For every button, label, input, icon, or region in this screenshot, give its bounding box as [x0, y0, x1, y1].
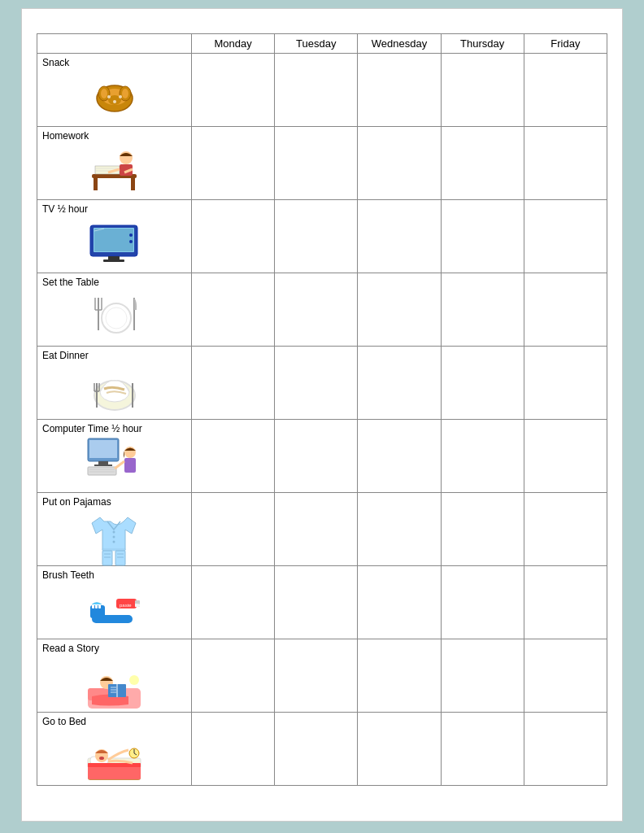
cell-computer-time-tuesday[interactable]: [275, 420, 358, 493]
activity-icon-eat-dinner: [82, 363, 147, 416]
cell-homework-friday[interactable]: [524, 127, 607, 200]
cell-pajamas-thursday[interactable]: [441, 493, 524, 566]
activity-label-set-table: Set the Table: [42, 277, 186, 288]
label-cell-go-to-bed: Go to Bed: [37, 713, 192, 786]
cell-snack-friday[interactable]: [524, 54, 607, 127]
page: Monday Tuesday Wednesday Thursday Friday…: [21, 8, 623, 822]
table-row-computer-time: Computer Time ½ hour: [37, 420, 607, 493]
cell-eat-dinner-thursday[interactable]: [441, 347, 524, 420]
svg-point-8: [119, 95, 122, 98]
cell-set-table-monday[interactable]: [192, 273, 275, 347]
table-row-homework: Homework: [37, 127, 607, 200]
cell-go-to-bed-wednesday[interactable]: [358, 713, 441, 786]
activity-icon-read-story: [82, 656, 147, 709]
svg-point-87: [99, 757, 104, 760]
cell-snack-thursday[interactable]: [441, 54, 524, 127]
col-header-wednesday: Wednesday: [358, 34, 441, 54]
activity-label-go-to-bed: Go to Bed: [42, 716, 186, 727]
table-row-brush-teeth: Brush Teeth paste: [37, 566, 607, 639]
cell-tv-wednesday[interactable]: [358, 200, 441, 273]
svg-text:paste: paste: [120, 603, 132, 608]
activity-icon-brush-teeth: paste: [82, 582, 147, 635]
cell-read-story-monday[interactable]: [192, 639, 275, 713]
cell-eat-dinner-tuesday[interactable]: [275, 347, 358, 420]
activity-icon-snack: [82, 70, 147, 123]
activity-label-tv: TV ½ hour: [42, 203, 186, 215]
svg-rect-45: [89, 440, 117, 458]
cell-tv-tuesday[interactable]: [275, 200, 358, 273]
label-cell-snack: Snack: [37, 54, 192, 127]
table-row-set-table: Set the Table: [37, 273, 607, 347]
routine-table: Monday Tuesday Wednesday Thursday Friday…: [37, 33, 607, 786]
label-cell-set-table: Set the Table: [37, 273, 192, 347]
cell-pajamas-tuesday[interactable]: [275, 493, 358, 566]
svg-line-53: [115, 461, 124, 469]
cell-homework-wednesday[interactable]: [358, 127, 441, 200]
cell-read-story-thursday[interactable]: [441, 639, 524, 713]
svg-point-54: [113, 531, 115, 534]
col-header-thursday: Thursday: [441, 34, 524, 54]
label-cell-read-story: Read a Story: [37, 639, 192, 713]
cell-computer-time-wednesday[interactable]: [358, 420, 441, 493]
cell-read-story-tuesday[interactable]: [275, 639, 358, 713]
cell-go-to-bed-tuesday[interactable]: [275, 713, 358, 786]
cell-homework-thursday[interactable]: [441, 127, 524, 200]
cell-set-table-wednesday[interactable]: [358, 273, 441, 347]
cell-brush-teeth-tuesday[interactable]: [275, 566, 358, 639]
activity-icon-set-table: [82, 290, 147, 342]
cell-pajamas-monday[interactable]: [192, 493, 275, 566]
cell-brush-teeth-friday[interactable]: [524, 566, 607, 639]
cell-computer-time-friday[interactable]: [524, 420, 607, 493]
svg-rect-52: [124, 458, 136, 473]
svg-point-5: [122, 89, 128, 98]
cell-go-to-bed-thursday[interactable]: [441, 713, 524, 786]
cell-snack-monday[interactable]: [192, 54, 275, 127]
table-row-eat-dinner: Eat Dinner: [37, 347, 607, 420]
svg-point-26: [129, 233, 133, 237]
svg-rect-46: [98, 461, 108, 464]
svg-point-34: [106, 307, 127, 329]
svg-rect-47: [94, 464, 112, 466]
cell-go-to-bed-monday[interactable]: [192, 713, 275, 786]
cell-set-table-friday[interactable]: [524, 273, 607, 347]
svg-rect-12: [131, 178, 135, 190]
cell-brush-teeth-thursday[interactable]: [441, 566, 524, 639]
label-cell-tv: TV ½ hour: [37, 200, 192, 273]
svg-point-80: [129, 675, 139, 685]
cell-tv-monday[interactable]: [192, 200, 275, 273]
activity-label-brush-teeth: Brush Teeth: [42, 569, 186, 581]
activity-icon-tv: [82, 216, 147, 269]
cell-computer-time-thursday[interactable]: [441, 420, 524, 493]
cell-pajamas-friday[interactable]: [524, 493, 607, 566]
table-row-read-story: Read a Story: [37, 639, 607, 713]
label-cell-brush-teeth: Brush Teeth paste: [37, 566, 192, 639]
label-cell-pajamas: Put on Pajamas: [37, 493, 192, 566]
activity-icon-pajamas: [82, 509, 147, 562]
cell-snack-wednesday[interactable]: [358, 54, 441, 127]
col-header-monday: Monday: [192, 34, 275, 54]
cell-eat-dinner-friday[interactable]: [524, 347, 607, 420]
cell-read-story-wednesday[interactable]: [358, 639, 441, 713]
cell-go-to-bed-friday[interactable]: [524, 713, 607, 786]
cell-eat-dinner-wednesday[interactable]: [358, 347, 441, 420]
cell-read-story-friday[interactable]: [524, 639, 607, 713]
cell-brush-teeth-wednesday[interactable]: [358, 566, 441, 639]
cell-snack-tuesday[interactable]: [275, 54, 358, 127]
activity-icon-homework: [82, 143, 147, 196]
cell-set-table-thursday[interactable]: [441, 273, 524, 347]
cell-tv-friday[interactable]: [524, 200, 607, 273]
cell-homework-tuesday[interactable]: [275, 127, 358, 200]
cell-pajamas-wednesday[interactable]: [358, 493, 441, 566]
cell-eat-dinner-monday[interactable]: [192, 347, 275, 420]
table-row-pajamas: Put on Pajamas: [37, 493, 607, 566]
cell-homework-monday[interactable]: [192, 127, 275, 200]
svg-rect-24: [108, 256, 120, 259]
col-header-tuesday: Tuesday: [275, 34, 358, 54]
svg-point-7: [107, 95, 111, 98]
cell-tv-thursday[interactable]: [441, 200, 524, 273]
cell-set-table-tuesday[interactable]: [275, 273, 358, 347]
svg-point-56: [113, 541, 115, 543]
cell-computer-time-monday[interactable]: [192, 420, 275, 493]
table-row-tv: TV ½ hour: [37, 200, 607, 273]
cell-brush-teeth-monday[interactable]: [192, 566, 275, 639]
